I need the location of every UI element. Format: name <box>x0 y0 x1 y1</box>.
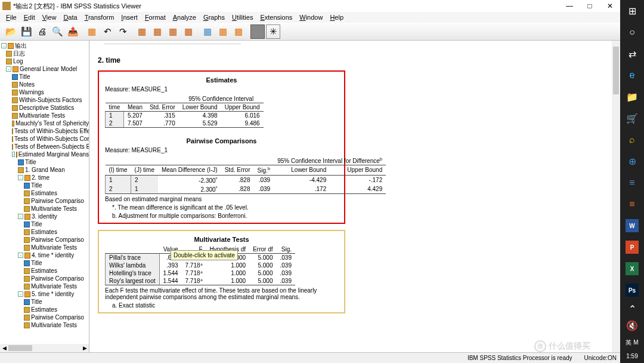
export-icon[interactable]: 📤 <box>66 24 80 39</box>
outline-item[interactable]: Warnings <box>1 88 89 96</box>
goto-case-icon[interactable]: ▦ <box>150 24 165 39</box>
taskbar-app-0[interactable]: ⊞ <box>620 0 644 21</box>
outline-item[interactable]: Notes <box>1 81 89 88</box>
outline-item[interactable]: Pairwise Compariso <box>1 236 89 244</box>
outline-root[interactable]: -输出 <box>1 42 89 50</box>
outline-item[interactable]: Title <box>1 158 89 166</box>
select-last-icon[interactable]: ▦ <box>200 24 215 39</box>
designate-icon[interactable]: ▦ <box>216 24 230 39</box>
outline-item[interactable]: Title <box>1 298 89 306</box>
save-icon[interactable]: 💾 <box>19 24 33 39</box>
taskbar-app-4[interactable]: 📁 <box>620 86 644 107</box>
menu-data[interactable]: Data <box>60 14 80 21</box>
menu-view[interactable]: View <box>39 14 60 21</box>
taskbar-app-13[interactable]: Ps <box>620 279 644 301</box>
outline-item[interactable]: Tests of Within-Subjects Con <box>1 135 89 143</box>
outline-item[interactable]: -3. identity <box>1 213 89 220</box>
ime-indicator[interactable]: 英 M <box>620 334 644 350</box>
taskbar-app-2[interactable]: ⇄ <box>620 43 644 64</box>
outline-item[interactable]: Estimates <box>1 306 89 313</box>
menu-window[interactable]: Window <box>296 14 326 21</box>
taskbar-app-7[interactable]: ⊕ <box>620 150 644 172</box>
scroll-right-icon[interactable]: ▶ <box>80 345 89 351</box>
outline-item[interactable]: Descriptive Statistics <box>1 104 89 112</box>
outline-item[interactable]: Tests of Between-Subjects E <box>1 143 89 150</box>
scroll-thumb[interactable] <box>8 345 32 351</box>
menu-edit[interactable]: Edit <box>20 14 39 21</box>
vscroll-thumb[interactable] <box>613 47 619 94</box>
taskbar-app-5[interactable]: 🛒 <box>620 107 644 129</box>
doc-vscroll[interactable] <box>612 41 620 352</box>
taskbar-app-3[interactable]: e <box>620 64 644 86</box>
outline-item[interactable]: Pairwise Compariso <box>1 313 89 321</box>
outline-item[interactable]: Within-Subjects Factors <box>1 96 89 104</box>
menu-utilities[interactable]: Utilities <box>228 14 256 21</box>
menu-insert[interactable]: Insert <box>117 14 141 21</box>
status-unicode: Unicode:ON <box>584 355 617 361</box>
menu-extensions[interactable]: Extensions <box>256 14 296 21</box>
print-icon[interactable]: 🖨 <box>35 24 49 39</box>
outline-item[interactable]: Multivariate Tests <box>1 282 89 290</box>
taskbar-app-12[interactable]: X <box>620 258 644 279</box>
estimates-table[interactable]: 95% Confidence IntervaltimeMeanStd. Erro… <box>105 95 264 128</box>
stop-icon[interactable] <box>250 24 265 39</box>
outline-item[interactable]: Multivariate Tests <box>1 321 89 329</box>
outline-item[interactable]: Pairwise Compariso <box>1 197 89 205</box>
outline-item[interactable]: Title <box>1 73 89 81</box>
outline-item[interactable]: Title <box>1 259 89 267</box>
outline-item[interactable]: Title <box>1 220 89 228</box>
outline-hscroll[interactable]: ◀ ▶ <box>0 344 89 352</box>
maximize-button[interactable]: □ <box>580 0 600 12</box>
outline-item[interactable]: Tests of Within-Subjects Effe <box>1 127 89 135</box>
redo-icon[interactable]: ↷ <box>116 24 130 39</box>
outline-item[interactable]: -General Linear Model <box>1 65 89 73</box>
outline-item[interactable]: Multivariate Tests <box>1 205 89 213</box>
taskbar-app-11[interactable]: P <box>620 236 644 258</box>
open-icon[interactable]: 📂 <box>4 24 18 39</box>
menu-analyze[interactable]: Analyze <box>169 14 200 21</box>
outline-item[interactable]: Multivariate Tests <box>1 112 89 119</box>
taskbar-app-6[interactable]: ⌕ <box>620 129 644 150</box>
outline-item[interactable]: Title <box>1 182 89 189</box>
clock[interactable]: 1:59 <box>626 350 637 363</box>
outline-item[interactable]: Estimates <box>1 189 89 197</box>
pairwise-table[interactable]: 95% Confidence Interval for Differenceb(… <box>105 156 386 194</box>
taskbar-app-9[interactable]: ≡ <box>620 193 644 215</box>
goto-data-icon[interactable]: ▦ <box>135 24 149 39</box>
menu-help[interactable]: Help <box>326 14 347 21</box>
document-area[interactable]: 2. time Estimates Measure: MEASURE_1 95%… <box>89 41 620 352</box>
taskbar-app-10[interactable]: W <box>620 215 644 236</box>
outline-pane[interactable]: -输出日志Log-General Linear ModelTitleNotesW… <box>0 41 89 344</box>
menu-file[interactable]: File <box>2 14 20 21</box>
outline-item[interactable]: -5. time * identity <box>1 290 89 298</box>
outline-item[interactable]: Pairwise Compariso <box>1 275 89 282</box>
minimize-button[interactable]: — <box>559 0 580 12</box>
multivariate-output[interactable]: Double-click to activate Multivariate Te… <box>98 230 345 313</box>
menu-graphs[interactable]: Graphs <box>200 14 228 21</box>
outline-item[interactable]: -4. time * identity <box>1 251 89 259</box>
speaker-icon[interactable]: 🔇 <box>620 318 644 334</box>
undo-icon[interactable]: ↶ <box>100 24 114 39</box>
taskbar-app-1[interactable]: ○ <box>620 21 644 43</box>
variables-icon[interactable]: ▦ <box>166 24 180 39</box>
outline-item[interactable]: Log <box>1 57 89 65</box>
outline-item[interactable]: Multivariate Tests <box>1 244 89 251</box>
promote-icon[interactable]: ▦ <box>231 24 246 39</box>
taskbar-app-8[interactable]: ≡ <box>620 172 644 193</box>
menu-transform[interactable]: Transform <box>81 14 118 21</box>
outline-item[interactable]: Estimates <box>1 228 89 236</box>
outline-item[interactable]: 1. Grand Mean <box>1 166 89 174</box>
scroll-left-icon[interactable]: ◀ <box>0 345 8 351</box>
wifi-icon[interactable]: ⌃ <box>620 301 644 318</box>
recall-icon[interactable]: ▦ <box>85 24 99 39</box>
new-icon[interactable]: ✳ <box>266 24 280 39</box>
preview-icon[interactable]: 🔍 <box>50 24 64 39</box>
outline-item[interactable]: Estimates <box>1 267 89 275</box>
outline-item[interactable]: 日志 <box>1 50 89 57</box>
outline-item[interactable]: -Estimated Marginal Means <box>1 150 89 158</box>
outline-item[interactable]: -2. time <box>1 174 89 182</box>
menu-format[interactable]: Format <box>141 14 169 21</box>
outline-item[interactable]: Mauchly's Test of Sphericity <box>1 119 89 127</box>
run-icon[interactable]: ▦ <box>181 24 196 39</box>
close-button[interactable]: ✕ <box>600 0 620 12</box>
